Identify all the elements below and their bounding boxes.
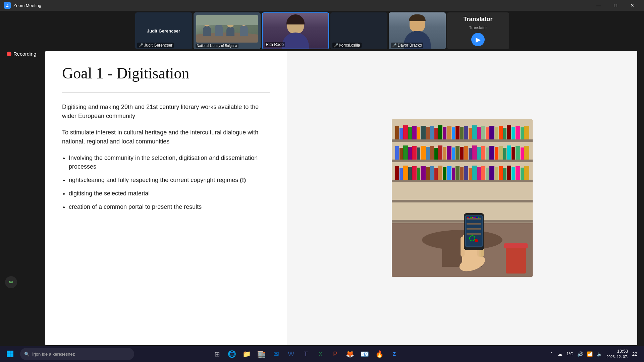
svg-rect-25: [472, 125, 477, 139]
edge-browser-button[interactable]: 🌐: [225, 347, 239, 361]
svg-rect-116: [467, 217, 469, 218]
system-tray: ⌃ ☁ 1°C 🔊 📶 🔈 13:53 2023. 12. 07. 22: [548, 349, 641, 359]
close-button[interactable]: ✕: [625, 0, 640, 11]
svg-rect-11: [412, 126, 417, 139]
powerpoint-button[interactable]: P: [329, 347, 342, 361]
svg-rect-47: [434, 148, 438, 160]
svg-rect-9: [403, 125, 408, 139]
svg-rect-88: [477, 167, 481, 180]
slide-content: Goal 1 - Digitisation Digitising and mak…: [45, 51, 287, 345]
svg-rect-127: [504, 243, 528, 248]
svg-rect-69: [395, 166, 399, 180]
svg-rect-118: [470, 217, 472, 218]
chevron-up-icon[interactable]: ⌃: [548, 350, 555, 358]
svg-rect-114: [467, 228, 481, 230]
svg-rect-123: [478, 217, 479, 218]
taskbar-center-icons: ⊞ 🌐 📁 🏬 ✉ W T X P 🦊 📧 🔥 Z: [211, 347, 401, 361]
system-clock[interactable]: 13:53 2023. 12. 07.: [606, 349, 628, 359]
firefox2-button[interactable]: 🔥: [373, 347, 386, 361]
svg-rect-121: [475, 217, 476, 218]
clock-date: 2023. 12. 07.: [606, 354, 628, 359]
taskbar-search-bar[interactable]: 🔍 Írjon ide a kereséshez: [20, 348, 134, 360]
participant-tile-national-library[interactable]: National Library of Bulgaria: [194, 12, 261, 49]
recording-dot: [7, 52, 11, 56]
participant-tile-judit[interactable]: Judit Gerencser 🎤 Judit Gerencser: [135, 12, 192, 49]
svg-rect-33: [507, 125, 511, 139]
svg-rect-12: [417, 127, 420, 139]
svg-rect-76: [426, 167, 430, 180]
svg-rect-73: [412, 166, 417, 180]
mail-button[interactable]: ✉: [270, 347, 283, 361]
svg-rect-85: [464, 166, 468, 180]
participant-tile-rita[interactable]: Rita Rado: [262, 12, 329, 49]
slide-divider: [62, 92, 270, 93]
svg-rect-113: [467, 223, 481, 225]
minimize-button[interactable]: —: [591, 0, 606, 11]
svg-rect-117: [469, 217, 470, 218]
speaker-icon[interactable]: 🔈: [595, 350, 604, 358]
search-placeholder: Írjon ide a kereséshez: [32, 352, 75, 357]
translator-arrow-icon[interactable]: ▶: [471, 33, 485, 46]
zoom-taskbar-button[interactable]: Z: [388, 347, 401, 361]
start-button[interactable]: [3, 347, 17, 361]
svg-rect-67: [521, 147, 524, 160]
svg-rect-78: [434, 168, 438, 180]
svg-rect-97: [516, 166, 520, 180]
svg-rect-37: [524, 126, 529, 139]
window-title: Zoom Meeting: [13, 3, 41, 8]
participant-tile-korosi[interactable]: 🎤 korosi.csilla: [330, 12, 387, 49]
file-explorer-button[interactable]: 📁: [240, 347, 254, 361]
store-button[interactable]: 🏬: [255, 347, 268, 361]
svg-rect-3: [392, 160, 533, 162]
svg-rect-119: [472, 217, 473, 218]
svg-rect-126: [506, 247, 526, 274]
title-bar-left: Z Zoom Meeting: [4, 2, 41, 9]
svg-rect-24: [469, 128, 472, 139]
slide-bullet-4: creation of a common portal to present t…: [69, 202, 270, 211]
svg-rect-120: [473, 217, 475, 218]
maximize-button[interactable]: □: [608, 0, 623, 11]
svg-rect-75: [421, 166, 426, 180]
participant-tile-davor[interactable]: 🎤 Davor Bracko: [389, 12, 446, 49]
title-bar: Z Zoom Meeting — □ ✕: [0, 0, 644, 11]
svg-rect-39: [399, 148, 403, 160]
windows-start-icon: [6, 350, 14, 358]
svg-rect-49: [443, 147, 446, 160]
participant-name-judit: Judit Gerencser: [144, 28, 183, 34]
svg-rect-50: [447, 146, 451, 160]
word-button[interactable]: W: [284, 347, 298, 361]
svg-rect-31: [499, 126, 503, 139]
svg-rect-83: [455, 166, 460, 180]
window-controls[interactable]: — □ ✕: [591, 0, 640, 11]
teams-button[interactable]: T: [299, 347, 313, 361]
firefox-button[interactable]: 🦊: [343, 347, 357, 361]
annotation-pencil-button[interactable]: ✏: [5, 276, 17, 288]
svg-rect-63: [503, 148, 506, 160]
slide-bullet-3: digitising the selected material: [69, 189, 270, 198]
excel-button[interactable]: X: [314, 347, 327, 361]
svg-rect-84: [460, 167, 464, 180]
svg-rect-45: [426, 147, 430, 160]
svg-rect-22: [460, 127, 464, 139]
svg-rect-32: [503, 128, 506, 139]
svg-rect-34: [512, 127, 515, 139]
participant-label-rita: Rita Rado: [265, 42, 285, 47]
svg-rect-79: [438, 166, 442, 180]
svg-rect-80: [443, 167, 446, 180]
svg-rect-43: [417, 147, 420, 160]
clock-time: 13:53: [606, 349, 628, 354]
task-view-button[interactable]: ⊞: [211, 347, 224, 361]
slide-body: Digitising and making 20th and 21st cent…: [62, 103, 270, 211]
volume-icon[interactable]: 🔊: [576, 350, 584, 358]
svg-rect-57: [477, 147, 481, 160]
tray-icons: ⌃ ☁ 1°C 🔊 📶 🔈: [548, 350, 604, 358]
svg-rect-40: [403, 145, 408, 160]
svg-rect-82: [452, 168, 455, 180]
network-icon[interactable]: 📶: [586, 350, 594, 358]
slide-paragraph-2: To stimulate interest in cultural herita…: [62, 128, 270, 146]
outlook-button[interactable]: 📧: [358, 347, 372, 361]
show-desktop-button[interactable]: 22: [631, 350, 639, 358]
cloud-icon[interactable]: ☁: [556, 350, 564, 358]
participant-tile-translator[interactable]: Translator Translator ▶: [447, 12, 509, 49]
svg-rect-29: [489, 126, 494, 139]
